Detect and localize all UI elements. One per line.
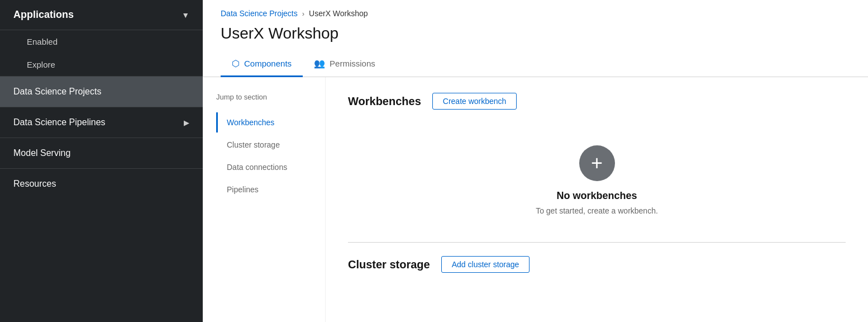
sidebar-item-data-science-pipelines[interactable]: Data Science Pipelines ▶	[0, 107, 203, 138]
sidebar-item-enabled[interactable]: Enabled	[0, 30, 203, 53]
chevron-down-icon: ▼	[182, 11, 189, 20]
main-content: Data Science Projects › UserX Workshop U…	[203, 0, 868, 322]
applications-label: Applications	[13, 9, 74, 21]
workbenches-title: Workbenches	[348, 95, 421, 108]
jump-item-cluster-storage[interactable]: Cluster storage	[216, 135, 312, 155]
no-workbenches-description: To get started, create a workbench.	[536, 206, 658, 215]
page-title: UserX Workshop	[203, 22, 868, 51]
tab-permissions[interactable]: 👥 Permissions	[303, 51, 387, 77]
sidebar-item-data-science-projects[interactable]: Data Science Projects	[0, 76, 203, 107]
breadcrumb: Data Science Projects › UserX Workshop	[203, 0, 868, 22]
add-cluster-storage-button[interactable]: Add cluster storage	[441, 256, 530, 273]
workbenches-empty-state: + No workbenches To get started, create …	[348, 123, 846, 238]
sidebar-item-pipelines-label: Data Science Pipelines	[13, 117, 106, 127]
cluster-storage-header: Cluster storage Add cluster storage	[348, 256, 846, 273]
components-icon: ⬡	[232, 58, 240, 69]
breadcrumb-current: UserX Workshop	[309, 9, 368, 18]
no-workbenches-title: No workbenches	[556, 190, 637, 202]
jump-item-workbenches[interactable]: Workbenches	[216, 112, 312, 132]
tab-components-label: Components	[244, 59, 292, 68]
create-workbench-button[interactable]: Create workbench	[432, 93, 517, 110]
jump-label: Jump to section	[216, 93, 312, 101]
sidebar: Applications ▼ Enabled Explore Data Scie…	[0, 0, 203, 322]
jump-item-pipelines[interactable]: Pipelines	[216, 179, 312, 200]
cluster-storage-title: Cluster storage	[348, 258, 430, 271]
sidebar-item-explore[interactable]: Explore	[0, 53, 203, 76]
section-divider	[348, 242, 846, 243]
sidebar-item-model-serving[interactable]: Model Serving	[0, 138, 203, 168]
sidebar-sub-items: Enabled Explore	[0, 30, 203, 76]
workbenches-section: Workbenches Create workbench + No workbe…	[348, 93, 846, 238]
applications-menu[interactable]: Applications ▼	[0, 0, 203, 30]
jump-item-data-connections[interactable]: Data connections	[216, 157, 312, 177]
chevron-right-icon: ▶	[184, 119, 189, 127]
tabs: ⬡ Components 👥 Permissions	[203, 51, 868, 77]
cluster-storage-section: Cluster storage Add cluster storage	[348, 256, 846, 273]
breadcrumb-parent-link[interactable]: Data Science Projects	[221, 9, 298, 18]
permissions-icon: 👥	[314, 58, 325, 69]
breadcrumb-separator: ›	[302, 10, 304, 18]
empty-state-icon-circle: +	[579, 145, 615, 181]
tab-permissions-label: Permissions	[330, 59, 375, 68]
workbenches-header: Workbenches Create workbench	[348, 93, 846, 110]
sidebar-item-resources[interactable]: Resources	[0, 168, 203, 199]
main-panel: Workbenches Create workbench + No workbe…	[326, 77, 868, 322]
tab-components[interactable]: ⬡ Components	[221, 51, 303, 77]
content-area: Jump to section Workbenches Cluster stor…	[203, 77, 868, 322]
jump-to-section: Jump to section Workbenches Cluster stor…	[203, 77, 326, 322]
plus-icon: +	[591, 153, 603, 173]
